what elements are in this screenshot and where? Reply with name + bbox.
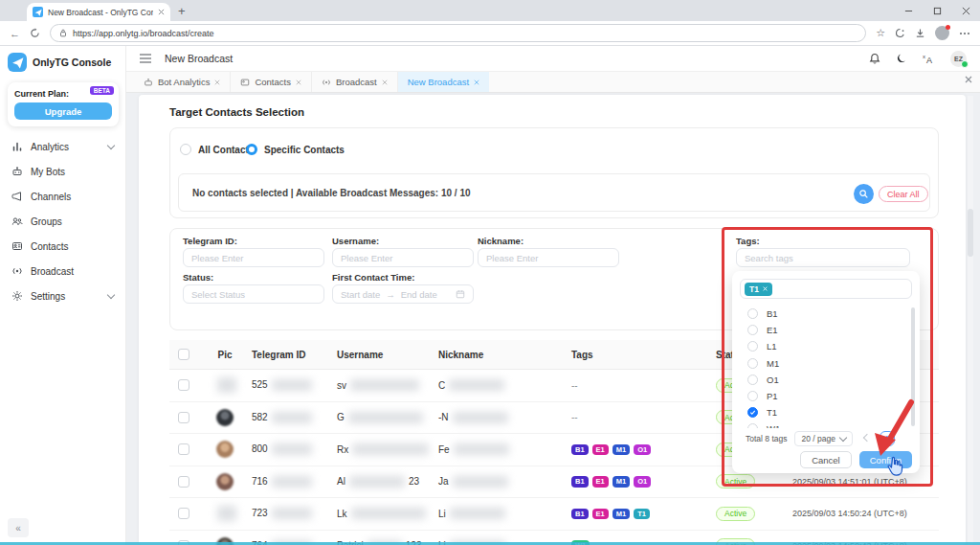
sidebar-item-analytics[interactable]: Analytics (0, 134, 125, 159)
tab-close-icon[interactable] (382, 79, 388, 85)
dropdown-pagination: Total 8 tags 20 / page 1 (732, 431, 920, 446)
radio-specific-contacts[interactable]: Specific Contacts (246, 144, 345, 155)
tag-option-label: E1 (767, 325, 778, 335)
sidebar-item-settings[interactable]: Settings (0, 284, 125, 308)
nickname-input[interactable] (478, 248, 619, 267)
browser-tab[interactable]: New Broadcast - OnlyTG Console (27, 3, 170, 21)
browser-menu-icon[interactable] (959, 32, 970, 35)
sidebar-item-channels[interactable]: Channels (0, 184, 125, 209)
tag-option[interactable]: L1 (740, 338, 908, 354)
sidebar-collapse-button[interactable]: « (8, 518, 29, 537)
tab-label: Bot Analytics (158, 77, 210, 87)
selected-tags-field[interactable]: T1 (740, 279, 912, 299)
row-checkbox[interactable] (178, 508, 189, 519)
svg-text:A: A (926, 56, 932, 64)
browser-tab-close-icon[interactable] (158, 9, 165, 15)
tags-search-input[interactable] (736, 248, 910, 267)
window-minimize-button[interactable] (894, 0, 923, 21)
tab-close-icon[interactable] (296, 79, 301, 85)
tag-chip: E1 (592, 476, 609, 488)
tag-chip: E1 (592, 444, 609, 456)
sidebar-item-label: Channels (31, 192, 114, 202)
cancel-button[interactable]: Cancel (800, 451, 852, 468)
window-close-button[interactable] (951, 0, 980, 21)
blurred-text (350, 379, 419, 391)
tag-option-label: M1 (767, 358, 779, 369)
start-date-placeholder: Start date (341, 289, 380, 300)
blurred-text (449, 379, 504, 391)
browser-profile-avatar[interactable] (935, 26, 949, 40)
user-avatar[interactable]: EZ (950, 51, 967, 67)
url-text: https://app.onlytg.io/broadcast/create (73, 29, 214, 38)
close-all-tabs-icon[interactable] (965, 76, 972, 83)
upgrade-button[interactable]: Upgrade (14, 102, 112, 120)
tag-option[interactable]: O1 (740, 372, 908, 388)
new-tab-button[interactable]: + (178, 5, 186, 17)
app-logo-icon (8, 53, 27, 72)
refresh-icon[interactable] (30, 28, 40, 38)
avatar (216, 441, 234, 458)
telegram-id-input[interactable] (183, 248, 324, 267)
status-select[interactable]: Select Status (183, 284, 324, 304)
tab-contacts[interactable]: Contacts (231, 72, 312, 92)
tag-option[interactable]: P1 (740, 388, 908, 404)
checkbox-circle (747, 325, 758, 335)
tag-option[interactable]: W1 (740, 420, 908, 428)
page-scrollbar-thumb[interactable] (968, 209, 973, 257)
tab-bot-analytics[interactable]: Bot Analytics (134, 72, 231, 92)
radio-all-contacts[interactable]: All Contacts (180, 144, 254, 155)
page-number-button[interactable]: 1 (880, 431, 895, 446)
bell-icon[interactable] (869, 53, 880, 65)
row-checkbox[interactable] (178, 379, 189, 391)
window-maximize-button[interactable] (923, 0, 951, 21)
col-header-telegram-id: Telegram ID (252, 350, 337, 360)
row-checkbox[interactable] (178, 476, 189, 488)
download-icon[interactable] (915, 28, 925, 38)
username-input[interactable] (332, 248, 474, 267)
back-icon[interactable]: ← (10, 28, 20, 39)
tab-new-broadcast[interactable]: New Broadcast (398, 72, 489, 92)
search-button[interactable] (854, 184, 874, 204)
nickname-value: Ja (438, 476, 449, 487)
page-scrollbar[interactable] (968, 96, 973, 545)
table-row[interactable]: 723 Lk Li B1 E1 M1 T1 Active 2025/09/03 … (169, 498, 939, 531)
sidebar-item-my-bots[interactable]: My Bots (0, 159, 125, 184)
avatar (216, 409, 234, 426)
tag-options-list: B1 E1 L1 M1 O1 P1 T1 W1 (740, 306, 908, 428)
chip-label: T1 (749, 284, 759, 294)
tab-close-icon[interactable] (474, 79, 479, 85)
confirm-button[interactable]: Confirm (859, 451, 912, 468)
row-checkbox[interactable] (178, 443, 189, 455)
dropdown-scrollbar-thumb[interactable] (911, 307, 915, 426)
tab-close-icon[interactable] (214, 79, 220, 85)
telegram-id-value: 723 (252, 508, 268, 518)
filter-label-telegram-id: Telegram ID: (183, 236, 237, 246)
bookmark-star-icon[interactable]: ☆ (876, 27, 885, 39)
tab-broadcast[interactable]: Broadcast (312, 72, 398, 92)
chevron-left-icon[interactable] (863, 433, 871, 441)
sidebar-item-broadcast[interactable]: Broadcast (0, 259, 125, 284)
tag-option[interactable]: B1 (740, 306, 908, 322)
dark-mode-moon-icon[interactable] (896, 53, 907, 64)
address-bar[interactable]: https://app.onlytg.io/broadcast/create (50, 24, 866, 42)
tag-option[interactable]: M1 (740, 355, 908, 372)
select-all-checkbox[interactable] (178, 349, 189, 360)
browser-extension-icon[interactable] (895, 28, 905, 38)
date-range-picker[interactable]: Start date → End date (332, 284, 474, 304)
page-size-value: 20 / page (801, 434, 835, 443)
row-checkbox[interactable] (178, 412, 189, 423)
tag-option-selected[interactable]: T1 (740, 404, 908, 420)
notification-dot (946, 25, 950, 30)
filter-label-nickname: Nickname: (478, 236, 523, 246)
language-translate-icon[interactable]: xA (923, 53, 935, 64)
hamburger-menu-icon[interactable] (140, 54, 151, 63)
checkbox-circle (747, 423, 758, 428)
clear-all-button[interactable]: Clear All (879, 186, 928, 202)
sidebar-item-groups[interactable]: Groups (0, 209, 125, 234)
tag-option-label: B1 (767, 308, 778, 319)
chip-remove-icon[interactable] (763, 286, 768, 291)
page-size-select[interactable]: 20 / page (794, 431, 852, 446)
tag-option[interactable]: E1 (740, 322, 908, 338)
sidebar-item-contacts[interactable]: Contacts (0, 234, 125, 259)
first-contact-value: 2025/09/03 14:50:24 (UTC+8) (792, 509, 939, 518)
